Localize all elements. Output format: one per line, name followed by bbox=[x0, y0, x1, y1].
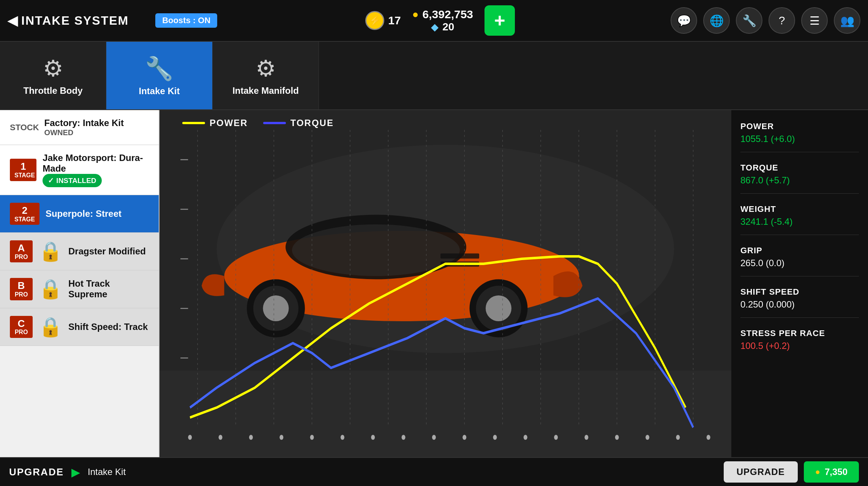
svg-point-46 bbox=[554, 435, 558, 440]
gem-icon: ◆ bbox=[431, 21, 439, 33]
gold-amount: 6,392,753 bbox=[423, 8, 473, 21]
torque-legend-label: TORQUE bbox=[290, 118, 334, 128]
svg-point-37 bbox=[279, 435, 283, 440]
bottom-bar: UPGRADE ▶ Intake Kit UPGRADE ● 7,350 bbox=[0, 457, 868, 486]
back-button[interactable]: ◀ INTAKE SYSTEM bbox=[8, 13, 140, 28]
upgrade-3-name: Dragster Modified bbox=[68, 246, 146, 257]
throttle-body-label: Throttle Body bbox=[24, 85, 83, 96]
menu-button[interactable]: ☰ bbox=[801, 7, 828, 34]
svg-point-38 bbox=[310, 435, 314, 440]
upgrade-0-sub: OWNED bbox=[44, 128, 124, 137]
coin-small-icon: ● bbox=[815, 467, 820, 477]
svg-point-41 bbox=[402, 435, 406, 440]
intake-kit-icon: 🔧 bbox=[145, 55, 174, 82]
gem-row: ◆ 20 bbox=[431, 21, 454, 33]
intake-manifold-label: Intake Manifold bbox=[232, 85, 299, 96]
svg-point-49 bbox=[645, 435, 649, 440]
upgrade-stage-a[interactable]: A PRO 🔒 Dragster Modified bbox=[0, 233, 159, 270]
power-legend-line bbox=[182, 122, 205, 124]
svg-point-34 bbox=[188, 435, 192, 440]
coin-icon: ● bbox=[412, 8, 419, 21]
team-button[interactable]: 👥 bbox=[834, 7, 860, 34]
wrench-button[interactable]: 🔧 bbox=[736, 7, 762, 34]
upgrade-stage1[interactable]: 1 STAGE Jake Motorsport: Dura-Made ✓ INS… bbox=[0, 145, 159, 195]
chart-legend: POWER TORQUE bbox=[182, 118, 334, 128]
svg-point-35 bbox=[219, 435, 223, 440]
upgrade-bottom-label: UPGRADE bbox=[9, 466, 64, 478]
bottom-right: UPGRADE ● 7,350 bbox=[724, 461, 859, 483]
throttle-body-icon: ⚙ bbox=[43, 55, 63, 82]
upgrade-0-name: Factory: Intake Kit bbox=[44, 118, 124, 128]
lock-c-icon: 🔒 bbox=[39, 316, 62, 338]
upgrade-stage-b[interactable]: B PRO 🔒 Hot Track Supreme bbox=[0, 270, 159, 308]
stage2-indicator: 2 STAGE bbox=[10, 203, 39, 225]
upgrade-bottom-item: Intake Kit bbox=[88, 467, 126, 477]
svg-point-42 bbox=[432, 435, 436, 440]
header-icons: 💬 🌐 🔧 ? ☰ 👥 bbox=[671, 7, 860, 34]
intake-manifold-icon: ⚙ bbox=[256, 55, 276, 82]
chart-area: POWER TORQUE bbox=[159, 110, 731, 457]
power-legend-label: POWER bbox=[210, 118, 248, 128]
stage-a-letter: A bbox=[18, 242, 25, 254]
stat-weight: WEIGHT 3241.1 (-5.4) bbox=[740, 204, 859, 235]
upgrade-green-button[interactable]: ● 7,350 bbox=[804, 461, 859, 483]
stat-shift-value: 0.250 (0.000) bbox=[740, 299, 859, 310]
tab-throttle-body[interactable]: ⚙ Throttle Body bbox=[0, 42, 106, 109]
power-legend: POWER bbox=[182, 118, 248, 128]
installed-badge: ✓ INSTALLED bbox=[43, 174, 101, 187]
header-center: ⚡ 17 ● 6,392,753 ◆ 20 + bbox=[217, 5, 663, 36]
intake-kit-label: Intake Kit bbox=[139, 86, 180, 96]
add-currency-button[interactable]: + bbox=[485, 5, 515, 36]
chat-button[interactable]: 💬 bbox=[671, 7, 697, 34]
stage2-number: 2 bbox=[22, 205, 27, 216]
upgrade-stage-c[interactable]: C PRO 🔒 Shift Speed: Track bbox=[0, 308, 159, 346]
stat-torque-value: 867.0 (+5.7) bbox=[740, 175, 859, 186]
world-button[interactable]: 🌐 bbox=[703, 7, 730, 34]
stock-stage-label: STOCK bbox=[10, 123, 39, 133]
svg-point-40 bbox=[371, 435, 375, 440]
stat-weight-value: 3241.1 (-5.4) bbox=[740, 216, 859, 227]
stage-a-pro: PRO bbox=[14, 254, 28, 260]
stat-grip: GRIP 265.0 (0.0) bbox=[740, 246, 859, 276]
stat-stress-name: STRESS PER RACE bbox=[740, 328, 859, 338]
currency-group: ● 6,392,753 ◆ 20 bbox=[412, 8, 473, 33]
help-button[interactable]: ? bbox=[769, 7, 795, 34]
gold-row: ● 6,392,753 bbox=[412, 8, 473, 21]
stats-panel: POWER 1055.1 (+6.0) TORQUE 867.0 (+5.7) … bbox=[731, 110, 868, 457]
stage-c-indicator: C PRO bbox=[10, 316, 33, 338]
car-background: POWER TORQUE bbox=[159, 110, 731, 457]
tab-intake-kit[interactable]: 🔧 Intake Kit bbox=[106, 42, 213, 109]
tabs-row: ⚙ Throttle Body 🔧 Intake Kit ⚙ Intake Ma… bbox=[0, 42, 868, 110]
back-arrow-icon: ◀ bbox=[8, 13, 17, 28]
play-icon: ▶ bbox=[71, 465, 80, 479]
svg-point-50 bbox=[676, 435, 680, 440]
stage2-text: STAGE bbox=[14, 216, 35, 223]
svg-point-39 bbox=[341, 435, 344, 440]
lightning-count: 17 bbox=[388, 14, 401, 27]
stat-weight-name: WEIGHT bbox=[740, 204, 859, 214]
chart-svg bbox=[159, 110, 731, 457]
stat-torque-name: TORQUE bbox=[740, 163, 859, 173]
lock-a-icon: 🔒 bbox=[39, 240, 62, 262]
upgrade-price: 7,350 bbox=[825, 467, 847, 477]
upgrade-stage2[interactable]: 2 STAGE Superpole: Street bbox=[0, 195, 159, 233]
torque-legend-line bbox=[263, 122, 286, 124]
installed-label: INSTALLED bbox=[56, 177, 96, 185]
gem-amount: 20 bbox=[442, 21, 454, 33]
stat-power-name: POWER bbox=[740, 122, 859, 131]
boost-badge[interactable]: Boosts : ON bbox=[155, 13, 217, 28]
stat-shift-name: SHIFT SPEED bbox=[740, 287, 859, 297]
svg-point-45 bbox=[524, 435, 527, 440]
tab-intake-manifold[interactable]: ⚙ Intake Manifold bbox=[213, 42, 319, 109]
lightning-icon: ⚡ bbox=[365, 11, 384, 30]
stage1-number: 1 bbox=[21, 161, 26, 172]
svg-point-44 bbox=[493, 435, 497, 440]
stat-shift-speed: SHIFT SPEED 0.250 (0.000) bbox=[740, 287, 859, 318]
stat-stress: STRESS PER RACE 100.5 (+0.2) bbox=[740, 328, 859, 359]
upgrade-5-name: Shift Speed: Track bbox=[68, 322, 148, 332]
svg-point-47 bbox=[584, 435, 588, 440]
stage-b-pro: PRO bbox=[14, 291, 28, 298]
upgrade-stock[interactable]: STOCK Factory: Intake Kit OWNED bbox=[0, 110, 159, 145]
upgrade-white-button[interactable]: UPGRADE bbox=[724, 461, 798, 483]
stage-b-letter: B bbox=[18, 280, 25, 291]
